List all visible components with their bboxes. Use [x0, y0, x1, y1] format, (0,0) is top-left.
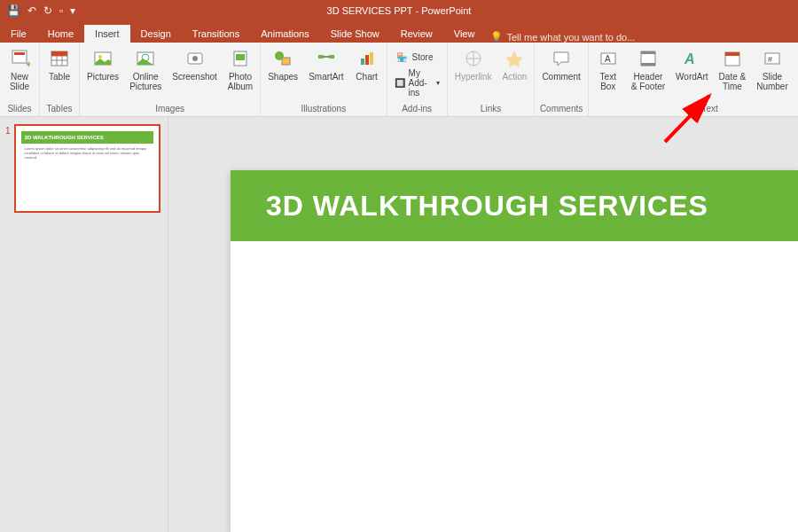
- photo-album-button[interactable]: Photo Album: [224, 44, 256, 93]
- screenshot-icon: [183, 46, 207, 71]
- hyperlink-icon: [461, 46, 486, 71]
- group-addins-label: Add-ins: [391, 104, 443, 114]
- shapes-label: Shapes: [268, 72, 298, 82]
- pictures-label: Pictures: [87, 72, 119, 82]
- table-button[interactable]: Table: [43, 44, 75, 83]
- slide-title[interactable]: 3D WALKTHROUGH SERVICES: [266, 190, 708, 223]
- slide-thumbnail-1[interactable]: 1 3D WALKTHROUGH SERVICES Lorem ipsum do…: [5, 124, 162, 213]
- group-text-label: Text: [592, 104, 798, 114]
- photo-album-icon: [228, 46, 253, 71]
- slide-edit-area[interactable]: 3D WALKTHROUGH SERVICES: [168, 117, 798, 532]
- pictures-icon: [90, 46, 115, 71]
- start-from-beginning-icon[interactable]: ▫: [59, 4, 63, 17]
- group-images-label: Images: [83, 104, 256, 114]
- ribbon-tabs: File Home Insert Design Transitions Anim…: [0, 21, 798, 43]
- slide-number-label: Slide Number: [756, 72, 788, 91]
- tab-view[interactable]: View: [443, 25, 486, 43]
- new-slide-icon: ✶: [7, 46, 32, 71]
- table-icon: [47, 46, 72, 71]
- smartart-button[interactable]: SmartArt: [305, 44, 347, 83]
- store-button[interactable]: 🏪Store: [391, 48, 443, 66]
- svg-rect-16: [236, 54, 245, 60]
- slide-number: 1: [5, 124, 11, 213]
- action-label: Action: [502, 72, 527, 82]
- shapes-button[interactable]: Shapes: [264, 44, 301, 83]
- tab-insert[interactable]: Insert: [84, 25, 130, 43]
- screenshot-label: Screenshot: [172, 72, 217, 82]
- svg-rect-19: [318, 55, 324, 59]
- svg-rect-22: [365, 55, 369, 65]
- svg-text:✶: ✶: [25, 59, 30, 69]
- header-footer-icon: [636, 46, 661, 71]
- action-button[interactable]: Action: [498, 44, 530, 83]
- tab-design[interactable]: Design: [130, 25, 182, 43]
- svg-point-10: [98, 55, 102, 59]
- title-bar: 💾 ↶ ↻ ▫ ▾ 3D SERVICES PPT - PowerPoint: [0, 0, 798, 21]
- smartart-label: SmartArt: [309, 72, 343, 82]
- group-illustrations: Shapes SmartArt Chart Illustrations: [261, 43, 387, 116]
- svg-rect-23: [370, 52, 373, 65]
- group-text: AText Box Header & Footer AWordArt Date …: [589, 43, 798, 116]
- svg-text:A: A: [605, 54, 611, 64]
- my-addins-label: My Add-ins: [409, 68, 431, 98]
- my-addins-button[interactable]: 🔲My Add-ins▾: [391, 66, 443, 99]
- shapes-icon: [270, 46, 295, 71]
- pictures-button[interactable]: Pictures: [83, 44, 122, 83]
- slide-number-button[interactable]: #Slide Number: [753, 44, 792, 93]
- svg-rect-18: [282, 58, 290, 65]
- document-title: 3D SERVICES PPT - PowerPoint: [327, 5, 472, 16]
- text-box-button[interactable]: AText Box: [592, 44, 624, 93]
- svg-rect-32: [725, 52, 739, 56]
- new-slide-label: New Slide: [10, 72, 29, 91]
- tab-review[interactable]: Review: [390, 25, 443, 43]
- ribbon: ✶New Slide Slides Table Tables Pictures …: [0, 43, 798, 117]
- comment-button[interactable]: Comment: [538, 44, 583, 83]
- header-footer-label: Header & Footer: [631, 72, 665, 91]
- thumbnail-title: 3D WALKTHROUGH SERVICES: [21, 131, 153, 144]
- text-box-label: Text Box: [600, 72, 616, 91]
- hyperlink-label: Hyperlink: [455, 72, 492, 82]
- store-icon: 🏪: [395, 50, 409, 64]
- group-slides-label: Slides: [4, 104, 35, 114]
- screenshot-button[interactable]: Screenshot: [168, 44, 221, 83]
- undo-icon[interactable]: ↶: [27, 4, 36, 17]
- tab-home[interactable]: Home: [37, 25, 84, 43]
- wordart-label: WordArt: [676, 72, 708, 82]
- tell-me[interactable]: 💡Tell me what you want to do...: [490, 31, 635, 43]
- action-icon: [502, 46, 527, 71]
- svg-rect-21: [361, 59, 364, 65]
- date-time-button[interactable]: Date & Time: [716, 44, 750, 93]
- photo-album-label: Photo Album: [228, 72, 253, 91]
- svg-rect-8: [51, 51, 67, 56]
- slide-canvas[interactable]: 3D WALKTHROUGH SERVICES: [231, 170, 798, 532]
- tab-file[interactable]: File: [0, 25, 37, 43]
- save-icon[interactable]: 💾: [7, 4, 20, 17]
- date-time-icon: [720, 46, 745, 71]
- svg-rect-28: [641, 51, 655, 54]
- slide-header[interactable]: 3D WALKTHROUGH SERVICES: [231, 170, 798, 241]
- online-pictures-button[interactable]: Online Pictures: [126, 44, 165, 93]
- group-links-label: Links: [451, 104, 531, 114]
- table-label: Table: [49, 72, 70, 82]
- chart-button[interactable]: Chart: [351, 44, 383, 83]
- date-time-label: Date & Time: [719, 72, 747, 91]
- slide-thumbnail-panel[interactable]: 1 3D WALKTHROUGH SERVICES Lorem ipsum do…: [0, 117, 168, 532]
- group-slides: ✶New Slide Slides: [0, 43, 40, 116]
- tab-animations[interactable]: Animations: [250, 25, 319, 43]
- svg-point-14: [192, 56, 198, 61]
- thumbnail-preview[interactable]: 3D WALKTHROUGH SERVICES Lorem ipsum dolo…: [14, 124, 160, 213]
- chart-icon: [355, 46, 379, 71]
- group-tables-label: Tables: [43, 104, 75, 114]
- hyperlink-button[interactable]: Hyperlink: [451, 44, 496, 83]
- header-footer-button[interactable]: Header & Footer: [628, 44, 669, 93]
- tab-transitions[interactable]: Transitions: [182, 25, 250, 43]
- new-slide-button[interactable]: ✶New Slide: [4, 44, 35, 93]
- svg-text:#: #: [768, 55, 772, 64]
- qat-dropdown-icon[interactable]: ▾: [70, 4, 75, 17]
- store-label: Store: [412, 52, 434, 62]
- wordart-button[interactable]: AWordArt: [672, 44, 712, 83]
- svg-rect-20: [329, 55, 334, 59]
- tab-slideshow[interactable]: Slide Show: [320, 25, 390, 43]
- redo-icon[interactable]: ↻: [43, 4, 52, 17]
- group-illustrations-label: Illustrations: [264, 104, 382, 114]
